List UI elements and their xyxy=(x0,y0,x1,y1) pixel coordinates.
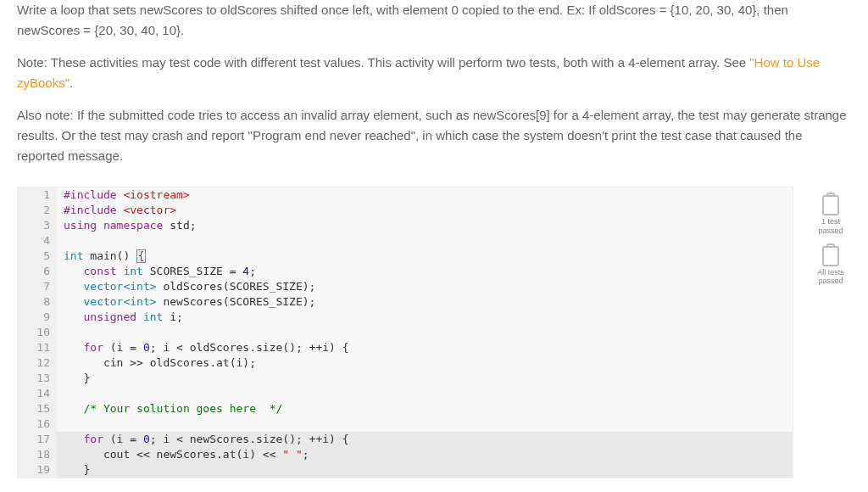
line-number: 11 xyxy=(18,340,57,355)
line-number: 6 xyxy=(18,264,57,279)
code-source[interactable]: /* Your solution goes here */ xyxy=(57,401,282,417)
line-number: 15 xyxy=(18,401,57,417)
code-source[interactable]: cin >> oldScores.at(i); xyxy=(57,355,256,371)
code-source[interactable]: } xyxy=(57,462,90,478)
code-source[interactable] xyxy=(57,386,64,401)
code-source[interactable]: #include <iostream> xyxy=(57,187,190,203)
line-number: 1 xyxy=(18,187,57,203)
code-line[interactable]: 3using namespace std; xyxy=(18,218,793,233)
code-source[interactable] xyxy=(57,325,64,340)
clipboard-icon xyxy=(822,195,839,215)
code-line[interactable]: 13 } xyxy=(18,371,793,386)
code-source[interactable]: for (i = 0; i < newScores.size(); ++i) { xyxy=(57,432,349,447)
code-line[interactable]: 17 for (i = 0; i < newScores.size(); ++i… xyxy=(18,432,793,447)
code-line[interactable]: 11 for (i = 0; i < oldScores.size(); ++i… xyxy=(18,340,793,355)
line-number: 10 xyxy=(18,325,57,340)
line-number: 12 xyxy=(18,355,57,371)
instruction-paragraph-2: Note: These activities may test code wit… xyxy=(17,53,851,93)
code-line[interactable]: 1#include <iostream> xyxy=(18,187,793,203)
code-line[interactable]: 19 } xyxy=(18,462,793,478)
code-line[interactable]: 16 xyxy=(18,417,793,432)
code-source[interactable]: const int SCORES_SIZE = 4; xyxy=(57,264,256,279)
code-line[interactable]: 12 cin >> oldScores.at(i); xyxy=(18,355,793,371)
code-source[interactable]: } xyxy=(57,371,90,386)
code-source[interactable] xyxy=(57,233,64,249)
code-line[interactable]: 4 xyxy=(18,233,793,249)
line-number: 16 xyxy=(18,417,57,432)
line-number: 13 xyxy=(18,371,57,386)
code-line[interactable]: 2#include <vector> xyxy=(18,203,793,218)
code-source[interactable]: #include <vector> xyxy=(57,203,176,218)
instruction-p2-lead: Note: These activities may test code wit… xyxy=(17,55,749,70)
code-line[interactable]: 18 cout << newScores.at(i) << " "; xyxy=(18,447,793,462)
instruction-paragraph-1: Write a loop that sets newScores to oldS… xyxy=(17,0,851,41)
status-one-test-passed: 1 test passed xyxy=(810,195,851,236)
code-line[interactable]: 8 vector<int> newScores(SCORES_SIZE); xyxy=(18,294,793,310)
test-status-sidebar: 1 test passed All tests passed xyxy=(810,187,851,286)
line-number: 18 xyxy=(18,447,57,462)
code-line[interactable]: 6 const int SCORES_SIZE = 4; xyxy=(18,264,793,279)
instruction-p2-tail: . xyxy=(70,75,73,90)
instruction-paragraph-3: Also note: If the submitted code tries t… xyxy=(17,105,851,166)
code-source[interactable]: for (i = 0; i < oldScores.size(); ++i) { xyxy=(57,340,349,355)
line-number: 17 xyxy=(18,432,57,447)
status-label-2: All tests passed xyxy=(810,268,851,287)
line-number: 9 xyxy=(18,310,57,325)
code-source[interactable]: vector<int> newScores(SCORES_SIZE); xyxy=(57,294,315,310)
code-editor[interactable]: 1#include <iostream>2#include <vector>3u… xyxy=(17,187,793,478)
instructions-block: Write a loop that sets newScores to oldS… xyxy=(0,0,868,187)
line-number: 2 xyxy=(18,203,57,218)
code-source[interactable]: using namespace std; xyxy=(57,218,197,233)
clipboard-icon xyxy=(822,246,839,266)
line-number: 14 xyxy=(18,386,57,401)
line-number: 5 xyxy=(18,249,57,264)
code-line[interactable]: 7 vector<int> oldScores(SCORES_SIZE); xyxy=(18,279,793,294)
line-number: 3 xyxy=(18,218,57,233)
code-line[interactable]: 14 xyxy=(18,386,793,401)
line-number: 8 xyxy=(18,294,57,310)
line-number: 4 xyxy=(18,233,57,249)
line-number: 19 xyxy=(18,462,57,478)
code-line[interactable]: 10 xyxy=(18,325,793,340)
code-line[interactable]: 9 unsigned int i; xyxy=(18,310,793,325)
code-source[interactable] xyxy=(57,417,64,432)
code-source[interactable]: int main() { xyxy=(57,249,146,264)
code-line[interactable]: 5int main() { xyxy=(18,249,793,264)
line-number: 7 xyxy=(18,279,57,294)
status-all-tests-passed: All tests passed xyxy=(810,246,851,287)
code-line[interactable]: 15 /* Your solution goes here */ xyxy=(18,401,793,417)
code-source[interactable]: vector<int> oldScores(SCORES_SIZE); xyxy=(57,279,315,294)
code-source[interactable]: cout << newScores.at(i) << " "; xyxy=(57,447,309,462)
code-source[interactable]: unsigned int i; xyxy=(57,310,183,325)
status-label-1: 1 test passed xyxy=(810,217,851,236)
